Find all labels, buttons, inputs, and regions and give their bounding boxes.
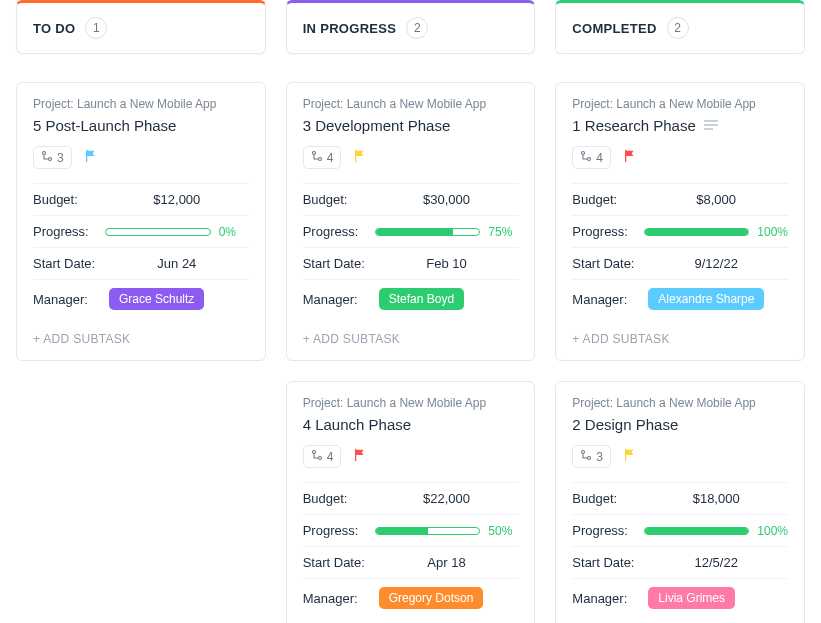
manager-tag[interactable]: Livia Grimes [648,587,735,609]
manager-tag[interactable]: Gregory Dotson [379,587,484,609]
task-card[interactable]: Project: Launch a New Mobile App5 Post-L… [16,82,266,361]
column-header[interactable]: COMPLETED2 [555,0,805,54]
progress-label: Progress: [33,224,105,239]
add-subtask-button[interactable]: + ADD SUBTASK [33,322,249,348]
svg-point-7 [588,158,591,161]
manager-label: Manager: [303,591,375,606]
task-card[interactable]: Project: Launch a New Mobile App1 Resear… [555,82,805,361]
svg-point-0 [43,152,46,155]
progress-pct: 100% [757,225,788,239]
column-title: COMPLETED [572,21,656,36]
budget-label: Budget: [33,192,105,207]
manager-tag[interactable]: Alexandre Sharpe [648,288,764,310]
column-todo: TO DO1Project: Launch a New Mobile App5 … [16,0,266,623]
start-date-row: Start Date:Feb 10 [303,247,519,279]
start-date-value[interactable]: Feb 10 [375,256,519,271]
start-date-value[interactable]: Apr 18 [375,555,519,570]
manager-label: Manager: [572,591,644,606]
budget-value[interactable]: $30,000 [375,192,519,207]
progress-label: Progress: [303,224,375,239]
subtask-count-value: 3 [57,151,64,165]
subtask-count[interactable]: 4 [303,445,342,468]
manager-tag[interactable]: Stefan Boyd [379,288,464,310]
subtask-count-value: 4 [596,151,603,165]
subtask-count[interactable]: 3 [572,445,611,468]
progress-pct: 0% [219,225,249,239]
budget-value[interactable]: $22,000 [375,491,519,506]
progress-fill [376,229,454,235]
progress-row: Progress:100% [572,514,788,546]
add-subtask-button[interactable]: + ADD SUBTASK [303,322,519,348]
svg-point-1 [49,158,52,161]
meta-row: 3 [33,146,249,169]
subtask-icon [580,150,592,165]
task-card[interactable]: Project: Launch a New Mobile App2 Design… [555,381,805,623]
subtask-count-value: 4 [327,151,334,165]
start-date-row: Start Date:Jun 24 [33,247,249,279]
subtask-count-value: 4 [327,450,334,464]
column-header[interactable]: IN PROGRESS2 [286,0,536,54]
progress-row: Progress:75% [303,215,519,247]
task-title: 4 Launch Phase [303,416,411,433]
manager-tag[interactable]: Grace Schultz [109,288,204,310]
task-title-row: 3 Development Phase [303,117,519,134]
start-date-value[interactable]: 12/5/22 [644,555,788,570]
task-card[interactable]: Project: Launch a New Mobile App4 Launch… [286,381,536,623]
add-subtask-button[interactable]: + ADD SUBTASK [572,322,788,348]
manager-value: Gregory Dotson [375,587,519,609]
task-title-row: 2 Design Phase [572,416,788,433]
progress-wrap: 50% [375,524,519,538]
start-date-row: Start Date:9/12/22 [572,247,788,279]
project-name: Project: Launch a New Mobile App [572,396,788,410]
subtask-count-value: 3 [596,450,603,464]
progress-pct: 75% [488,225,518,239]
manager-row: Manager:Gregory Dotson [303,578,519,617]
svg-point-3 [318,158,321,161]
budget-row: Budget:$8,000 [572,183,788,215]
budget-value[interactable]: $18,000 [644,491,788,506]
start-date-row: Start Date:Apr 18 [303,546,519,578]
manager-value: Grace Schultz [105,288,249,310]
kanban-board: TO DO1Project: Launch a New Mobile App5 … [0,0,821,623]
subtask-count[interactable]: 4 [303,146,342,169]
svg-point-9 [588,457,591,460]
task-title-row: 1 Research Phase [572,117,788,134]
progress-row: Progress:0% [33,215,249,247]
start-date-row: Start Date:12/5/22 [572,546,788,578]
subtask-icon [311,150,323,165]
task-title: 3 Development Phase [303,117,451,134]
column-title: IN PROGRESS [303,21,397,36]
progress-bar[interactable] [644,228,749,236]
progress-row: Progress:100% [572,215,788,247]
start-date-value[interactable]: 9/12/22 [644,256,788,271]
svg-point-6 [582,152,585,155]
column-header[interactable]: TO DO1 [16,0,266,54]
progress-row: Progress:50% [303,514,519,546]
progress-label: Progress: [303,523,375,538]
progress-bar[interactable] [375,228,481,236]
start-date-value[interactable]: Jun 24 [105,256,249,271]
svg-point-2 [312,152,315,155]
budget-value[interactable]: $12,000 [105,192,249,207]
task-title-row: 5 Post-Launch Phase [33,117,249,134]
task-card[interactable]: Project: Launch a New Mobile App3 Develo… [286,82,536,361]
progress-label: Progress: [572,523,644,538]
budget-value[interactable]: $8,000 [644,192,788,207]
start-date-label: Start Date: [303,555,375,570]
manager-value: Alexandre Sharpe [644,288,788,310]
progress-bar[interactable] [644,527,749,535]
progress-bar[interactable] [375,527,481,535]
progress-pct: 100% [757,524,788,538]
meta-row: 4 [303,445,519,468]
task-title-row: 4 Launch Phase [303,416,519,433]
task-title: 2 Design Phase [572,416,678,433]
subtask-count[interactable]: 3 [33,146,72,169]
column-count: 2 [667,17,689,39]
progress-bar[interactable] [105,228,211,236]
column-inprogress: IN PROGRESS2Project: Launch a New Mobile… [286,0,536,623]
budget-row: Budget:$18,000 [572,482,788,514]
flag-icon [623,448,637,466]
subtask-icon [41,150,53,165]
subtask-count[interactable]: 4 [572,146,611,169]
subtask-icon [311,449,323,464]
